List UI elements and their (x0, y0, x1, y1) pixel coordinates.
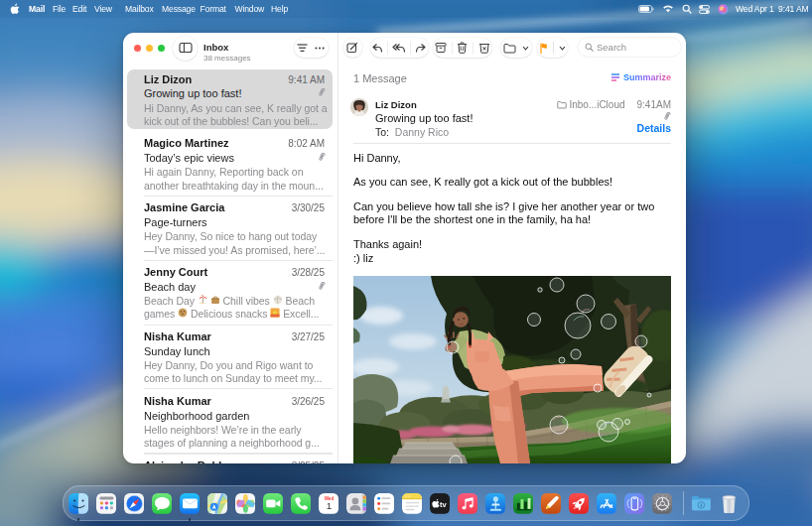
svg-text:tv: tv (440, 500, 448, 509)
svg-text:1: 1 (326, 500, 332, 511)
